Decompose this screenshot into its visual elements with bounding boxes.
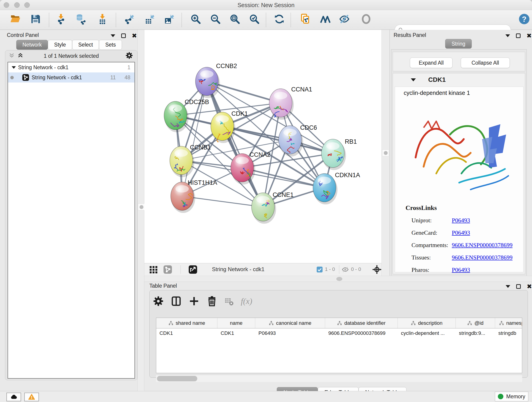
string-view-icon[interactable] (163, 265, 172, 274)
right-splitter-handle[interactable] (382, 149, 389, 156)
network-node[interactable] (313, 173, 337, 204)
hide-selected-icon[interactable] (339, 13, 350, 25)
network-node[interactable] (279, 126, 303, 157)
first-neighbors-icon[interactable] (320, 13, 331, 25)
column-header[interactable]: database identifier (325, 318, 398, 328)
refresh-icon[interactable] (274, 13, 285, 25)
float-panel-icon[interactable] (516, 33, 520, 38)
export-network-icon[interactable] (123, 13, 134, 25)
table-options-gear-icon[interactable] (153, 296, 164, 307)
column-header[interactable]: @id (456, 318, 495, 328)
import-network-from-file-icon[interactable] (56, 13, 67, 25)
crosslink-link[interactable]: P06493 (452, 267, 470, 274)
table-hscrollbar-thumb[interactable] (157, 376, 197, 381)
table-cell[interactable]: P06493 (255, 328, 325, 338)
title-bar: Session: New Session (0, 0, 532, 10)
tab-sets[interactable]: Sets (99, 40, 122, 50)
network-options-gear-icon[interactable] (125, 51, 133, 60)
column-header[interactable]: name (217, 318, 255, 328)
horizontal-splitter-handle[interactable] (336, 277, 342, 281)
panel-menu-icon[interactable] (506, 285, 510, 288)
table-cell[interactable]: 9606.ENSP00000378699 (325, 328, 398, 338)
network-collection-row[interactable]: String Network - cdk1 1 (8, 62, 134, 72)
left-splitter-handle[interactable] (138, 204, 145, 211)
open-in-new-window-icon[interactable] (188, 265, 197, 274)
import-table-from-file-icon[interactable] (97, 13, 108, 25)
show-columns-icon[interactable] (171, 296, 182, 307)
zoom-fit-content-icon[interactable] (229, 13, 240, 25)
add-column-icon[interactable] (189, 296, 200, 307)
column-header-label: namespace (506, 320, 522, 326)
column-header[interactable]: shared name (156, 318, 217, 328)
horizontal-splitter[interactable] (144, 276, 532, 282)
table-cell[interactable]: cyclin-dependent ... (398, 328, 456, 338)
network-edge[interactable] (207, 81, 263, 207)
gene-header[interactable]: CDK1 (393, 73, 525, 86)
right-splitter[interactable] (381, 30, 389, 276)
export-image-icon[interactable] (164, 13, 175, 25)
network-node[interactable] (231, 153, 255, 185)
crosslink-label: GeneCard: (412, 230, 452, 236)
close-panel-icon[interactable]: ✖ (526, 33, 532, 38)
network-node[interactable] (170, 146, 194, 177)
zoom-selected-icon[interactable] (249, 13, 260, 25)
gene-collapse-icon[interactable] (411, 78, 416, 81)
function-builder-icon: f(x) (241, 296, 252, 306)
network-canvas[interactable]: CCNB2CCNA1CDC25BCDK1CDC6RB1CCNB1CCNA2CDK… (144, 30, 381, 263)
warning-status-button[interactable] (24, 393, 39, 401)
selected-nodes-checkbox-icon[interactable] (317, 266, 323, 273)
table-panel-title: Table Panel (149, 283, 177, 289)
network-node[interactable] (171, 182, 195, 213)
birdseye-view-icon[interactable] (149, 265, 158, 274)
export-table-icon[interactable] (144, 13, 155, 25)
expand-all-button[interactable]: Expand All (410, 57, 452, 68)
network-view-toolbar: String Network - cdk1 1 - 0 0 - 0 (144, 263, 381, 276)
table-hscrollbar[interactable] (156, 375, 522, 382)
crosslink-link[interactable]: P06493 (452, 217, 470, 224)
network-node[interactable] (196, 67, 220, 98)
tab-network[interactable]: Network (16, 40, 48, 50)
tab-string[interactable]: String (445, 39, 472, 49)
crosslink-link[interactable]: 9606.ENSP00000378699 (452, 254, 513, 261)
memory-button[interactable]: Memory (495, 392, 528, 401)
crosslink-label: Uniprot: (412, 217, 452, 224)
column-header[interactable]: canonical name (255, 318, 325, 328)
left-splitter[interactable] (138, 30, 144, 391)
column-header[interactable]: description (398, 318, 456, 328)
table-cell[interactable]: stringdb (495, 328, 522, 338)
delete-column-icon[interactable] (206, 296, 217, 307)
import-network-from-database-icon[interactable] (75, 13, 86, 25)
new-network-from-selection-icon[interactable] (300, 13, 311, 25)
table-row[interactable]: CDK1CDK1P064939606.ENSP00000378699cyclin… (156, 328, 522, 338)
network-node[interactable] (252, 193, 276, 224)
close-panel-icon[interactable]: ✖ (132, 33, 137, 38)
selected-count: 1 - 0 (325, 266, 335, 272)
column-header[interactable]: namespace (495, 318, 522, 328)
open-session-icon[interactable] (10, 13, 21, 25)
save-session-icon[interactable] (30, 13, 41, 25)
zoom-out-icon[interactable] (210, 13, 221, 25)
panel-menu-icon[interactable] (111, 34, 115, 37)
zoom-in-icon[interactable] (190, 13, 201, 25)
help-icon[interactable]: ? (518, 13, 530, 25)
table-cell[interactable]: CDK1 (156, 328, 217, 338)
collection-expand-icon[interactable] (12, 66, 16, 69)
table-cell[interactable]: stringdb:9... (456, 328, 495, 338)
network-row[interactable]: String Network - cdk1 11 48 (8, 72, 134, 83)
app-window: Session: New Session (0, 0, 532, 402)
tab-style[interactable]: Style (48, 40, 72, 50)
show-all-icon[interactable] (361, 13, 372, 25)
cloud-status-button[interactable] (6, 393, 21, 401)
collapse-all-button[interactable]: Collapse All (461, 57, 510, 68)
memory-status-dot (498, 394, 503, 399)
crosslink-link[interactable]: 9606.ENSP00000378699 (452, 242, 513, 249)
close-panel-icon[interactable]: ✖ (527, 284, 532, 289)
panel-menu-icon[interactable] (505, 34, 510, 37)
float-panel-icon[interactable] (121, 33, 126, 38)
tab-select[interactable]: Select (72, 40, 99, 50)
network-node[interactable] (322, 139, 346, 170)
crosslink-link[interactable]: P06493 (452, 230, 470, 236)
fit-selected-crosshair-icon[interactable] (372, 265, 381, 274)
table-cell[interactable]: CDK1 (217, 328, 255, 338)
float-panel-icon[interactable] (516, 284, 521, 289)
